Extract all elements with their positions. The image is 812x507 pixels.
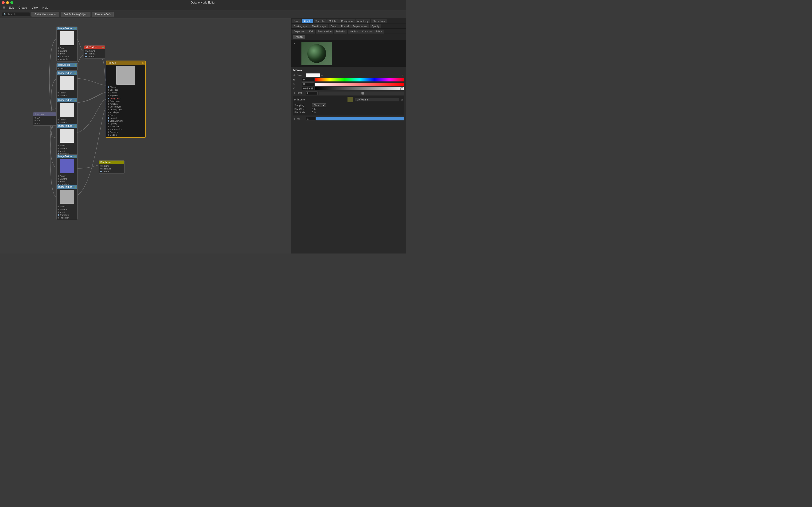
node-image-texture-6[interactable]: ImageTexture Power Gamma Invert Transfor… (56, 185, 78, 220)
port-invert-4: Invert (58, 150, 77, 153)
tab-albedo[interactable]: Albedo (302, 19, 313, 23)
s-row: S (293, 82, 404, 86)
tab-specular[interactable]: Specular (314, 19, 326, 23)
port-dot (108, 103, 109, 105)
menu-edit[interactable]: Edit (7, 6, 16, 10)
color-toggle[interactable]: ◆ (293, 74, 296, 76)
blur-offset-value: 0 % (312, 108, 316, 111)
float-thumb[interactable] (361, 92, 364, 95)
node-displacement[interactable]: Displacem... Height Mid level Texture (99, 160, 124, 174)
tab-sheen-layer[interactable]: Sheen layer (371, 19, 387, 23)
tab-editor[interactable]: Editor (374, 30, 384, 34)
color-label: Color (297, 74, 305, 76)
tab-coating-layer[interactable]: Coating layer (292, 24, 310, 29)
braided-port-emission: Emission (108, 131, 144, 133)
menu-view[interactable]: View (30, 6, 40, 10)
node-image-texture-5[interactable]: ImageTexture Power Gamma Invert Transfor… (56, 155, 78, 189)
port-dot (85, 53, 87, 54)
mix-value-input[interactable] (306, 117, 315, 120)
assign-button[interactable]: Assign (293, 35, 305, 39)
port-dot-c6 (58, 214, 59, 216)
port-invert-6: Invert (58, 211, 77, 214)
float-row: ◆ Float (293, 91, 404, 95)
port-dot (58, 209, 59, 210)
node-transform[interactable]: Transform S.X S.Y S.Z (33, 112, 56, 125)
get-active-material-button[interactable]: Get Active material (32, 12, 59, 17)
tab-row-1: Basic Albedo Specular Metallic Roughness… (291, 18, 406, 23)
float-toggle[interactable]: ◆ (293, 92, 296, 95)
menu-create[interactable]: Create (17, 6, 29, 10)
tab-medium[interactable]: Medium (348, 30, 360, 34)
tab-transmission[interactable]: Transmission (316, 30, 334, 34)
texture-color-swatch[interactable] (348, 97, 353, 102)
port-dot (58, 53, 59, 54)
render-aovs-button[interactable]: Render AOVs (92, 12, 114, 17)
hue-bar[interactable] (315, 78, 404, 81)
braided-port-roughness: Roughness (108, 97, 144, 100)
port-dot (108, 123, 109, 124)
tab-ior[interactable]: IOR (307, 30, 315, 34)
v-input[interactable] (302, 87, 314, 91)
search-input[interactable] (7, 13, 26, 16)
port-texture2: Texture2 (85, 55, 104, 58)
tab-common[interactable]: Common (360, 30, 373, 34)
tab-thin-film-layer[interactable]: Thin film layer (310, 24, 328, 29)
tab-opacity[interactable]: Opacity (369, 24, 381, 29)
tab-dispersion[interactable]: Dispersion (292, 30, 307, 34)
hamburger-icon[interactable]: ☰ (2, 6, 6, 10)
sat-bar[interactable] (315, 82, 404, 86)
node-6-out (74, 186, 76, 188)
node-image-texture-1[interactable]: ImageTexture Power Gamma Invert Transfor… (56, 26, 78, 61)
port-sx: S.X (35, 116, 55, 119)
color-swatch[interactable] (306, 73, 320, 77)
preview-toggle-icon[interactable]: ▼ (293, 42, 295, 45)
port-dot (108, 112, 109, 113)
node-title-3: ImageTexture (58, 99, 72, 101)
texture-expand-icon[interactable]: ▶ (294, 98, 296, 101)
tab-anisotropy[interactable]: Anisotropy (355, 19, 370, 23)
color-picker-icon[interactable]: ✏ (321, 74, 323, 77)
s-input[interactable] (302, 82, 314, 86)
braided-port-film: Film layer (108, 111, 144, 114)
node-mix-texture[interactable]: MixTexture Amount Texture1 Texture2 (84, 45, 105, 59)
tab-roughness[interactable]: Roughness (339, 19, 355, 23)
float-input[interactable] (306, 91, 318, 95)
search-icon: 🔍 (4, 13, 6, 15)
tab-basic[interactable]: Basic (292, 19, 301, 23)
tab-metallic[interactable]: Metallic (327, 19, 339, 23)
get-active-tag-button[interactable]: Get Active tag/object (61, 12, 91, 17)
node-header-3: ImageTexture (57, 98, 77, 102)
minimize-button[interactable] (6, 1, 9, 4)
port-dot (58, 151, 59, 152)
maximize-button[interactable] (10, 1, 13, 4)
tab-emission[interactable]: Emission (334, 30, 347, 34)
window-title: Octane Node Editor (191, 1, 215, 4)
val-thumb[interactable] (400, 87, 403, 90)
color-dropdown-icon[interactable]: ▼ (402, 74, 404, 76)
node-braided[interactable]: Braided Albedo Specular Metallic Edge ti… (106, 61, 146, 138)
close-button[interactable] (2, 1, 5, 4)
braided-port-ior: 1/IOR map (108, 125, 144, 128)
node-rgb-spectrum[interactable]: RgbSpectru Color (56, 63, 78, 71)
sampling-dropdown[interactable]: None (312, 103, 326, 107)
mix-slider[interactable] (316, 117, 404, 120)
tab-bump[interactable]: Bump (329, 24, 339, 29)
port-sz: S.Z (35, 122, 55, 125)
node-canvas[interactable]: ImageTexture Power Gamma Invert Transfor… (0, 18, 291, 253)
tab-displacement[interactable]: Displacement (351, 24, 369, 29)
braided-port-metallic: Metallic (108, 91, 144, 94)
tab-normal[interactable]: Normal (339, 24, 351, 29)
braided-port-opacity: Opacity (108, 122, 144, 125)
h-input[interactable] (302, 78, 314, 81)
mix-toggle[interactable]: ◆ (293, 117, 296, 120)
texture-expand-icon-2[interactable]: ⊞ (401, 98, 403, 101)
node-image-texture-4[interactable]: ImageTexture Power Gamma Invert Transfor… (56, 124, 78, 159)
braided-port-albedo: Albedo (108, 86, 144, 89)
node-out-dot (74, 28, 76, 30)
val-bar[interactable] (315, 87, 404, 91)
port-dot (108, 131, 109, 133)
port-dot (58, 181, 59, 182)
node-preview-5 (60, 159, 74, 173)
menu-help[interactable]: Help (41, 6, 50, 10)
port-dot (85, 56, 87, 57)
